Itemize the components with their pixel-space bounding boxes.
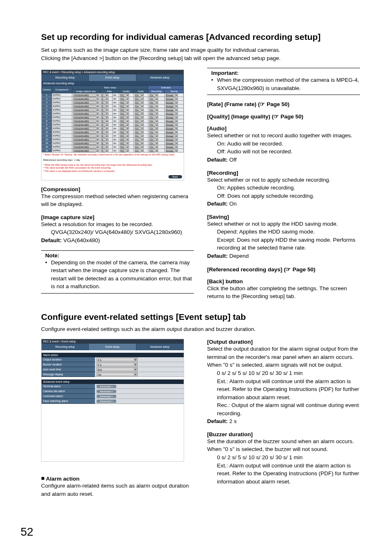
- ss1-footnote1: * Select "Except" for "Saving", the sche…: [42, 153, 184, 157]
- ss1-foot3: * This value excludes the HDD consumptio…: [43, 166, 182, 169]
- ss2-tab-event[interactable]: Event setup: [89, 344, 136, 350]
- ss1-table-row: 3MJPEGVGA(640x480)5ipsFQOnOnExcept: [42, 101, 184, 104]
- compression-body: The compression method selected when reg…: [41, 192, 194, 208]
- saving-depend: Depend: Applies the HDD saving mode.: [207, 228, 360, 236]
- imgsize-default: Default: VGA(640x480): [41, 236, 194, 245]
- audio-heading: [Audio]: [207, 125, 360, 132]
- quality-heading: [Quality] (Image quality) (☞ Page 50): [207, 113, 360, 120]
- important-body: • When the compression method of the cam…: [207, 76, 360, 92]
- buzzer-duration-body: Set the duration of the buzzer sound whe…: [207, 437, 360, 453]
- buzzer-duration-ext: Ext.: Alarm output will continue until t…: [207, 462, 360, 486]
- ss2-row: Face matching alarmAdvanced: [42, 399, 184, 404]
- ss1-tabs: Recording setup Event setup Advanced set…: [42, 74, 184, 81]
- ss1-table-row: 8MJPEGVGA(640x480)5ipsFQOnOnExcept: [42, 119, 184, 123]
- ss2-dropdown[interactable]: 2 s: [97, 363, 138, 366]
- ss1-table-row: 5MJPEGVGA(640x480)5ipsFQOnOnExcept: [42, 108, 184, 112]
- ss2-row: Output duration2 s: [42, 357, 184, 362]
- recording-default: Default: On: [207, 200, 360, 208]
- compression-heading: [Compression]: [41, 186, 194, 192]
- ss1-table-row: 15MJPEGVGA(640x480)5ipsFQOnOnExcept: [42, 145, 184, 149]
- heading-event-setup: Configure event-related settings [Event …: [41, 312, 360, 322]
- ss1-th-recording: Recording: [148, 90, 165, 93]
- recording-off: Off: Does not apply schedule recording.: [207, 192, 360, 200]
- output-duration-ext: Ext.: Alarm output will continue until t…: [207, 377, 360, 402]
- ss1-table-row: 11MJPEGVGA(640x480)5ipsFQOnOnExcept: [42, 130, 184, 134]
- ss1-table-row: 9MJPEGVGA(640x480)5ipsFQOnOnExcept: [42, 123, 184, 127]
- ss1-th-saving: Saving: [164, 90, 183, 93]
- ss1-th-audio: Audio: [134, 90, 148, 93]
- ss1-table-row: 4MJPEGVGA(640x480)5ipsFQOnOnExcept: [42, 104, 184, 108]
- intro2-text: Configure event-related settings such as…: [41, 325, 360, 333]
- audio-body: Select whether or not to record audio to…: [207, 132, 360, 140]
- ss2-row: Buzzer duration2 s: [42, 362, 184, 367]
- intro-text: Set up items such as the image capture s…: [41, 46, 360, 62]
- ss2-advanced-button[interactable]: Advanced: [97, 385, 116, 388]
- imgsize-body1: Select a resolution for images to be rec…: [41, 220, 194, 229]
- ss1-breadcrumb: REC & event > Recording setup > Advanced…: [42, 70, 184, 74]
- important-title: Important:: [207, 70, 360, 76]
- ss1-table-row: 14MJPEGVGA(640x480)5ipsFQOnOnExcept: [42, 141, 184, 145]
- imgsize-heading: [Image capture size]: [41, 214, 194, 220]
- saving-body: Select whether or not to apply the HDD s…: [207, 220, 360, 228]
- ss2-advanced-button[interactable]: Advanced: [97, 390, 116, 393]
- back-heading: [Back] button: [207, 278, 360, 284]
- ss1-table: Camera Compression Basic setup Schedule …: [42, 86, 184, 153]
- ss2-tab-advanced[interactable]: Advanced setup: [136, 344, 184, 350]
- screenshot-advanced-recording: REC & event > Recording setup > Advanced…: [41, 69, 184, 180]
- ss2-dropdown[interactable]: Ext.: [97, 368, 138, 371]
- ss2-dropdown[interactable]: 2 s: [97, 358, 138, 361]
- ss2-tab-recording[interactable]: Recording setup: [42, 344, 89, 350]
- refdays-heading: [Referenced recording days] (☞ Page 50): [207, 266, 360, 273]
- ss1-tab-recording[interactable]: Recording setup: [42, 74, 89, 81]
- ss1-table-row: 2MJPEGVGA(640x480)5ipsFQOnOnExcept: [42, 97, 184, 101]
- ss1-back-button[interactable]: Back: [168, 175, 182, 178]
- page-number: 52: [21, 525, 33, 539]
- screenshot-event-setup: REC & event > Event setup Recording setu…: [41, 339, 184, 462]
- ss1-subbar: Advanced recording setup: [42, 81, 184, 86]
- ss1-table-row: 6MJPEGVGA(640x480)5ipsFQOnOnExcept: [42, 112, 184, 116]
- ss1-table-row: 7MJPEGVGA(640x480)5ipsFQOnOnExcept: [42, 116, 184, 119]
- ss1-th-rate: Rate: [100, 90, 119, 93]
- ss1-th-compression: Compression: [52, 86, 72, 93]
- rate-heading: [Rate] (Frame rate) (☞ Page 50): [207, 101, 360, 107]
- audio-off: Off: Audio will not be recorded.: [207, 148, 360, 156]
- important-box: Important: • When the compression method…: [207, 68, 360, 95]
- ss2-group-adv-event: Advanced event setup: [42, 379, 184, 384]
- output-duration-options: 0 s/ 2 s/ 5 s/ 10 s/ 20 s/ 30 s/ 1 min: [207, 369, 360, 377]
- ss2-row: Terminal alarmAdvanced: [42, 384, 184, 389]
- saving-heading: [Saving]: [207, 214, 360, 220]
- output-duration-default: Default: 2 s: [207, 417, 360, 426]
- audio-default: Default: Off: [207, 156, 360, 164]
- ss2-row: Command alarmAdvanced: [42, 394, 184, 399]
- note-body: • Depending on the model of the camera, …: [41, 259, 194, 291]
- buzzer-duration-heading: [Buzzer duration]: [207, 431, 360, 437]
- recording-on: On: Applies schedule recording.: [207, 184, 360, 192]
- ss1-table-row: 12MJPEGVGA(640x480)5ipsFQOnOnExcept: [42, 134, 184, 138]
- ss1-table-row: 1MJPEGVGA(640x480)5ipsFQOnOnExcept: [42, 93, 184, 97]
- ss2-dropdown[interactable]: On: [97, 372, 138, 376]
- ss2-advanced-button[interactable]: Advanced: [97, 400, 116, 403]
- ss2-advanced-button[interactable]: Advanced: [97, 395, 116, 398]
- alarm-action-heading: ■ Alarm action: [41, 475, 194, 482]
- ss2-row: Camera site alarmAdvanced: [42, 389, 184, 394]
- saving-default: Default: Depend: [207, 252, 360, 260]
- ss2-row: Message displayOn: [42, 372, 184, 377]
- ss1-th-camera: Camera: [42, 86, 52, 93]
- ss1-foot4: * This value is not displayed when non-P…: [43, 170, 182, 173]
- back-body: Click the button after completing the se…: [207, 284, 360, 301]
- ss1-tab-advanced[interactable]: Advanced setup: [136, 74, 184, 81]
- ss1-tab-event[interactable]: Event setup: [89, 74, 136, 81]
- ss2-row: Auto reset timeExt.: [42, 367, 184, 372]
- note-text: Depending on the model of the camera, th…: [51, 259, 194, 291]
- heading-advanced-recording: Set up recording for individual cameras …: [41, 32, 360, 42]
- ss1-footnotes-lower: * When the HDD saving mode is set, the a…: [42, 163, 184, 173]
- ss1-table-row: 13MJPEGVGA(640x480)5ipsFQOnOnExcept: [42, 138, 184, 141]
- bullet-icon: •: [45, 259, 51, 291]
- output-duration-heading: [Output duration]: [207, 339, 360, 345]
- ss1-th-quality: Quality: [119, 90, 134, 93]
- ss1-th-basic: Basic setup: [72, 86, 148, 90]
- ss2-breadcrumb: REC & event > Event setup: [42, 339, 184, 344]
- important-text: When the compression method of the camer…: [217, 76, 360, 92]
- ss1-foot2: * When the HDD saving mode is set, the a…: [43, 164, 182, 166]
- buzzer-duration-options: 0 s/ 2 s/ 5 s/ 10 s/ 20 s/ 30 s/ 1 min: [207, 453, 360, 462]
